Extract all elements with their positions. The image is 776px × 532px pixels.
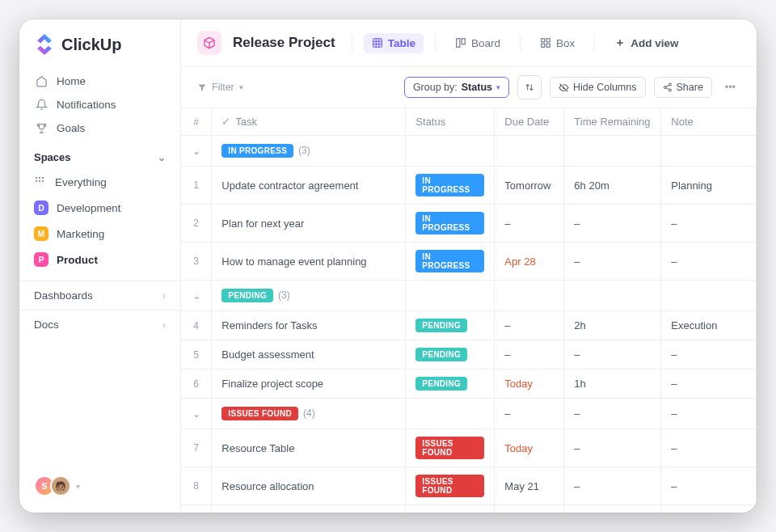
sidebar-everything[interactable]: Everything	[19, 170, 180, 195]
due-date-cell[interactable]: Today	[495, 369, 564, 399]
hide-columns-button[interactable]: Hide Columns	[550, 77, 646, 98]
groupby-dropdown[interactable]: Group by: Status ▾	[404, 77, 509, 98]
task-name-cell[interactable]: Resource allocation	[212, 467, 406, 505]
avatar[interactable]: 🧑🏽	[50, 475, 71, 496]
time-remaining-cell[interactable]: –	[564, 205, 661, 243]
task-name-cell[interactable]: Finalize project scope	[212, 369, 406, 399]
table-row[interactable]: 7Resource TableISSUES FOUNDToday––	[181, 429, 757, 467]
group-header-row[interactable]: ⌄IN PROGRESS(3)	[181, 136, 757, 167]
due-date-cell[interactable]: –	[495, 205, 564, 243]
table-row[interactable]: 6Finalize project scopePENDINGToday1h–	[181, 369, 757, 399]
table-row[interactable]: 3How to manage event planningIN PROGRESS…	[181, 243, 757, 281]
avatar-stack[interactable]: S🧑🏽	[34, 475, 71, 496]
share-button[interactable]: Share	[654, 77, 712, 98]
note-cell[interactable]: –	[661, 505, 757, 513]
space-badge-icon: P	[34, 252, 48, 267]
note-cell[interactable]: –	[661, 429, 757, 467]
nav-home[interactable]: Home	[26, 70, 174, 93]
sidebar-space-marketing[interactable]: MMarketing	[19, 221, 180, 247]
sidebar-space-development[interactable]: DDevelopment	[19, 195, 180, 221]
task-name-cell[interactable]: Plan for next year	[212, 205, 406, 243]
status-cell[interactable]: ISSUES FOUND	[406, 467, 495, 505]
svg-rect-14	[546, 39, 550, 42]
column-status[interactable]: Status	[406, 108, 495, 136]
status-cell[interactable]: ISSUES FOUND	[406, 505, 495, 513]
task-table-wrapper[interactable]: # ✓ Task Status Due Date Time Remaining …	[181, 108, 757, 513]
task-name-cell[interactable]: New contractor agreement	[212, 505, 406, 513]
more-button[interactable]: •••	[720, 78, 740, 96]
due-date-cell[interactable]: May 21	[495, 467, 564, 505]
note-cell[interactable]: Planning	[661, 167, 757, 205]
spaces-header[interactable]: Spaces ⌄	[19, 140, 180, 170]
row-index: 7	[181, 429, 212, 467]
time-remaining-cell[interactable]: 1h	[564, 369, 661, 399]
status-badge: PENDING	[415, 348, 467, 361]
table-row[interactable]: 8Resource allocationISSUES FOUNDMay 21––	[181, 467, 757, 505]
status-cell[interactable]: IN PROGRESS	[406, 167, 495, 205]
status-cell[interactable]: PENDING	[406, 340, 495, 369]
time-remaining-cell[interactable]: –	[564, 429, 661, 467]
note-cell[interactable]: –	[661, 205, 757, 243]
status-cell[interactable]: IN PROGRESS	[406, 205, 495, 243]
status-cell[interactable]: PENDING	[406, 369, 495, 399]
view-tab-board[interactable]: Board	[447, 33, 508, 53]
due-date-cell[interactable]: Apr 28	[495, 243, 564, 281]
time-remaining-cell[interactable]: –	[564, 243, 661, 281]
column-time-remaining[interactable]: Time Remaining	[564, 108, 661, 136]
note-cell[interactable]: –	[661, 369, 757, 399]
column-task[interactable]: ✓ Task	[212, 108, 406, 136]
sidebar-space-product[interactable]: PProduct	[19, 247, 180, 272]
nav-notifications[interactable]: Notifications	[26, 93, 174, 116]
column-note[interactable]: Note	[661, 108, 757, 136]
table-row[interactable]: 1Update contractor agreementIN PROGRESST…	[181, 167, 757, 205]
caret-down-icon[interactable]: ▾	[76, 482, 80, 491]
task-name-cell[interactable]: Update contractor agreement	[212, 167, 406, 205]
note-cell[interactable]: –	[661, 467, 757, 505]
sidebar-docs[interactable]: Docs ›	[19, 310, 180, 339]
chevron-down-icon: ⌄	[158, 152, 166, 163]
time-remaining-cell[interactable]: –	[564, 340, 661, 369]
table-row[interactable]: 2Plan for next yearIN PROGRESS–––	[181, 205, 757, 243]
view-tab-table[interactable]: Table	[364, 33, 424, 53]
brand-logo[interactable]: ClickUp	[19, 34, 180, 70]
group-header-row[interactable]: ⌄ISSUES FOUND(4)–––	[181, 399, 757, 429]
nav-goals[interactable]: Goals	[26, 116, 174, 140]
table-row[interactable]: 9New contractor agreementISSUES FOUNDTom…	[181, 505, 757, 513]
status-cell[interactable]: PENDING	[406, 311, 495, 340]
task-name-cell[interactable]: Reminders for Tasks	[212, 311, 406, 340]
column-index[interactable]: #	[181, 108, 212, 136]
svg-point-19	[668, 89, 671, 91]
due-date-cell[interactable]: Today	[495, 429, 564, 467]
table-row[interactable]: 5Budget assessmentPENDING–––	[181, 340, 757, 369]
sidebar-dashboards[interactable]: Dashboards ›	[19, 281, 180, 310]
home-icon	[36, 75, 48, 87]
time-remaining-cell[interactable]: 2h	[564, 311, 661, 340]
status-cell[interactable]: ISSUES FOUND	[406, 429, 495, 467]
due-date-cell[interactable]: –	[495, 311, 564, 340]
note-cell[interactable]: Execution	[661, 311, 757, 340]
task-name-cell[interactable]: Resource Table	[212, 429, 406, 467]
chevron-down-icon[interactable]: ⌄	[192, 290, 200, 302]
note-cell[interactable]: –	[661, 243, 757, 281]
add-view-button[interactable]: ＋ Add view	[606, 32, 686, 54]
due-date-cell[interactable]: Tomorrow	[495, 167, 564, 205]
task-name-cell[interactable]: How to manage event planning	[212, 243, 406, 281]
time-remaining-cell[interactable]: 6h 20m	[564, 167, 661, 205]
chevron-down-icon[interactable]: ⌄	[192, 408, 200, 420]
status-cell[interactable]: IN PROGRESS	[406, 243, 495, 281]
view-tab-box[interactable]: Box	[532, 33, 583, 53]
note-cell[interactable]: –	[661, 340, 757, 369]
due-date-cell[interactable]: –	[495, 340, 564, 369]
project-icon[interactable]	[197, 31, 221, 55]
sort-button[interactable]	[517, 75, 542, 99]
due-date-cell[interactable]: Tomorrow	[495, 505, 564, 513]
share-icon	[663, 82, 673, 92]
column-due-date[interactable]: Due Date	[495, 108, 564, 136]
table-row[interactable]: 4Reminders for TasksPENDING–2hExecution	[181, 311, 757, 340]
time-remaining-cell[interactable]: 1d	[564, 505, 661, 513]
task-name-cell[interactable]: Budget assessment	[212, 340, 406, 369]
group-header-row[interactable]: ⌄PENDING(3)	[181, 281, 757, 311]
time-remaining-cell[interactable]: –	[564, 467, 661, 505]
filter-button[interactable]: Filter ▾	[197, 82, 243, 93]
chevron-down-icon[interactable]: ⌄	[192, 146, 200, 157]
